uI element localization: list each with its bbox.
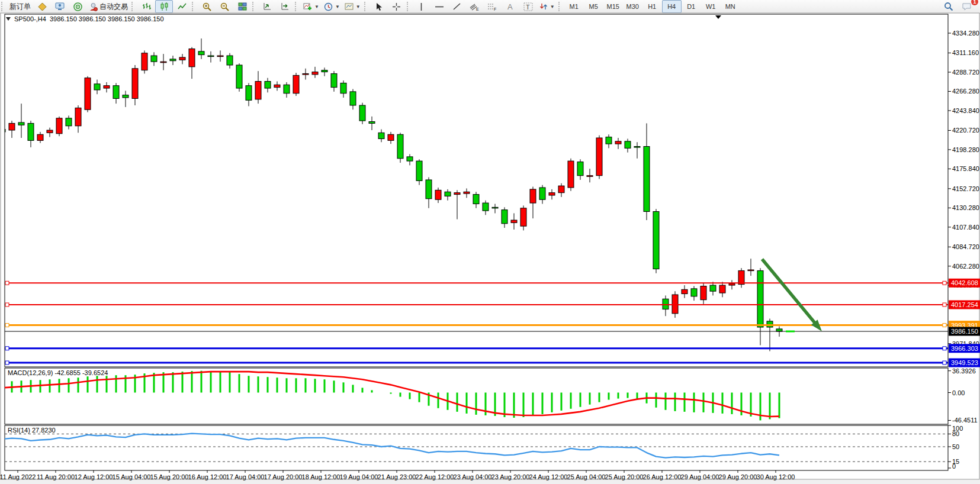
candle bbox=[426, 180, 432, 199]
svg-text:4042.608: 4042.608 bbox=[951, 279, 978, 286]
svg-text:0.00: 0.00 bbox=[952, 389, 965, 396]
candle bbox=[265, 81, 271, 88]
candle bbox=[644, 147, 650, 212]
candle bbox=[558, 186, 564, 193]
candle bbox=[549, 193, 555, 195]
candle bbox=[625, 141, 631, 149]
svg-text:4288.720: 4288.720 bbox=[952, 69, 979, 76]
candle bbox=[530, 189, 536, 203]
svg-text:-46.4511: -46.4511 bbox=[952, 417, 978, 424]
candle bbox=[255, 81, 261, 99]
candle bbox=[473, 195, 479, 204]
candle bbox=[350, 92, 356, 105]
candle bbox=[189, 49, 195, 66]
date-label: 25 Aug 20:00 bbox=[605, 473, 644, 480]
candle bbox=[113, 86, 119, 99]
candle bbox=[776, 329, 782, 331]
candle bbox=[75, 108, 81, 125]
candle bbox=[312, 72, 318, 75]
svg-text:3966.303: 3966.303 bbox=[951, 345, 978, 352]
candle bbox=[748, 270, 754, 271]
candle bbox=[378, 133, 384, 138]
svg-text:4152.720: 4152.720 bbox=[952, 185, 979, 192]
date-label: 15 Aug 04:00 bbox=[113, 473, 151, 480]
candle bbox=[682, 289, 687, 293]
candle bbox=[179, 57, 185, 60]
date-label: 18 Aug 12:00 bbox=[302, 473, 340, 480]
candle bbox=[246, 86, 252, 101]
candle bbox=[577, 162, 583, 176]
candle bbox=[160, 62, 166, 63]
date-label: 26 Aug 12:00 bbox=[643, 473, 682, 480]
svg-text:3949.523: 3949.523 bbox=[951, 359, 978, 366]
date-label: 17 Aug 20:00 bbox=[264, 473, 303, 480]
candle bbox=[369, 122, 375, 124]
date-label: 29 Aug 04:00 bbox=[681, 473, 719, 480]
candle bbox=[653, 212, 659, 269]
candle bbox=[18, 122, 24, 125]
svg-text:4062.280: 4062.280 bbox=[952, 263, 979, 270]
svg-text:4107.840: 4107.840 bbox=[952, 224, 979, 231]
candle bbox=[492, 207, 498, 208]
candle bbox=[37, 134, 43, 140]
date-label: 23 Aug 04:00 bbox=[454, 473, 492, 480]
candle bbox=[634, 147, 640, 148]
date-label: 30 Aug 12:00 bbox=[757, 473, 795, 480]
candle bbox=[227, 56, 233, 65]
svg-text:4243.840: 4243.840 bbox=[952, 107, 979, 114]
candle bbox=[767, 321, 773, 327]
svg-text:4017.254: 4017.254 bbox=[951, 301, 978, 308]
date-label: 17 Aug 04:00 bbox=[226, 473, 265, 480]
candle bbox=[701, 286, 706, 300]
candle bbox=[672, 295, 678, 314]
candle bbox=[719, 285, 725, 293]
candle bbox=[85, 78, 91, 110]
candle bbox=[416, 161, 422, 180]
date-label: 12 Aug 12:00 bbox=[75, 473, 113, 480]
candle bbox=[47, 130, 53, 133]
svg-text:50: 50 bbox=[952, 443, 959, 450]
candle bbox=[407, 157, 413, 161]
svg-text:3986.150: 3986.150 bbox=[951, 328, 978, 335]
candle bbox=[56, 118, 62, 134]
candle bbox=[151, 56, 157, 62]
svg-text:4175.840: 4175.840 bbox=[952, 165, 979, 172]
date-label: 16 Aug 12:00 bbox=[188, 473, 227, 480]
candle bbox=[729, 283, 735, 285]
svg-text:80: 80 bbox=[952, 430, 959, 437]
candle bbox=[340, 83, 346, 93]
candle bbox=[539, 188, 545, 199]
candle bbox=[303, 73, 309, 75]
candle bbox=[511, 220, 517, 222]
candle bbox=[587, 176, 593, 177]
svg-text:4220.720: 4220.720 bbox=[952, 127, 979, 134]
candle bbox=[710, 285, 716, 291]
svg-text:4130.280: 4130.280 bbox=[952, 204, 979, 211]
candle bbox=[9, 123, 15, 130]
date-label: 21 Aug 23:00 bbox=[378, 473, 416, 480]
date-label: 24 Aug 12:00 bbox=[529, 473, 568, 480]
chart-window bbox=[1, 13, 979, 479]
candle bbox=[663, 299, 669, 309]
candle bbox=[28, 123, 34, 140]
date-label: 19 Aug 04:00 bbox=[340, 473, 378, 480]
last-price-dash bbox=[786, 331, 795, 333]
chart-canvas[interactable]: 4334.2804311.1604288.7204266.2804243.840… bbox=[0, 0, 980, 484]
candle bbox=[464, 192, 470, 193]
svg-text:4084.720: 4084.720 bbox=[952, 243, 979, 250]
candle bbox=[66, 118, 72, 126]
candle bbox=[331, 73, 337, 87]
candle bbox=[388, 134, 394, 140]
candle bbox=[520, 208, 526, 226]
candle bbox=[445, 192, 451, 196]
date-label: 15 Aug 20:00 bbox=[150, 473, 189, 480]
candle bbox=[142, 53, 147, 70]
date-label: 11 Aug 2022 bbox=[0, 473, 36, 480]
candle bbox=[293, 75, 299, 93]
candle bbox=[132, 69, 138, 99]
date-label: 23 Aug 20:00 bbox=[491, 473, 530, 480]
svg-text:4198.280: 4198.280 bbox=[952, 146, 979, 153]
candle bbox=[691, 289, 697, 296]
candle bbox=[322, 70, 327, 72]
candle bbox=[568, 161, 574, 188]
